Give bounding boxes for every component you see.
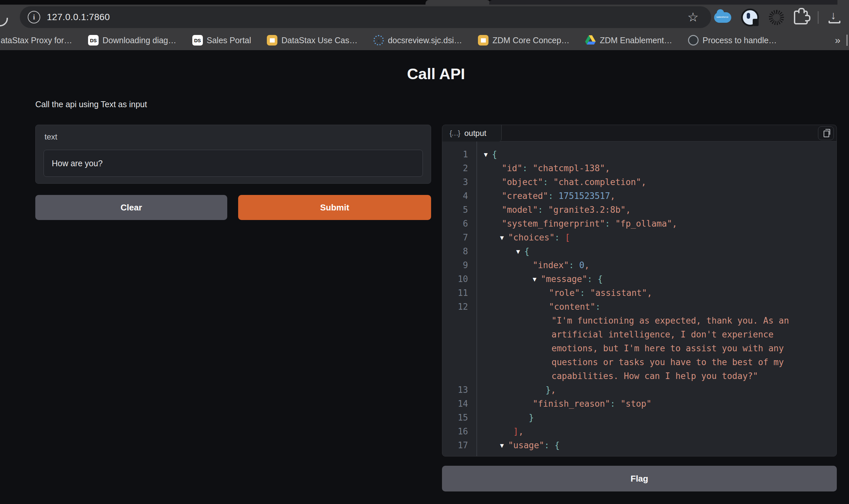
collapse-triangle-icon[interactable]: ▼	[516, 245, 520, 258]
json-token: "created"	[502, 191, 548, 201]
json-token: {	[598, 274, 603, 284]
ydoc-favicon-icon	[267, 35, 277, 46]
json-row: 7▼"choices": [	[442, 231, 836, 245]
bookmark-item[interactable]: DSDownloading diag…	[88, 35, 177, 46]
json-token: :	[605, 219, 615, 229]
line-number: 16	[442, 425, 468, 438]
json-token: ,	[551, 385, 556, 395]
flag-button[interactable]: Flag	[442, 466, 837, 491]
tab-strip-background	[489, 0, 837, 5]
json-row: 11"role": "assistant",	[442, 286, 836, 300]
reload-icon[interactable]	[0, 7, 11, 30]
json-row: 14"finish_reason": "stop"	[442, 397, 836, 411]
json-token: "index"	[533, 260, 569, 270]
bookmark-label: docsreview.sjc.dsi…	[388, 36, 462, 45]
line-number: 11	[442, 286, 468, 300]
json-row: artificial intelligence, I don't experie…	[442, 327, 836, 341]
json-token: :	[543, 177, 553, 187]
bookmark-item[interactable]: DataStax Use Cas…	[267, 35, 358, 46]
line-number: 2	[442, 161, 468, 175]
json-token: capabilities. How can I help you today?"	[552, 371, 758, 381]
json-token: :	[548, 191, 558, 201]
json-token: "choices"	[508, 233, 555, 242]
page-title: Call API	[35, 65, 837, 83]
json-token: "chatcmpl-138"	[533, 163, 605, 173]
json-row: 6"system_fingerprint": "fp_ollama",	[442, 217, 836, 231]
copy-button[interactable]	[818, 126, 834, 140]
browser-tab-partial[interactable]	[426, 0, 490, 5]
json-token: :	[595, 302, 601, 312]
onepassword-extension-icon[interactable]	[741, 8, 759, 26]
json-token: "object"	[502, 177, 543, 187]
text-input[interactable]: How are you?	[43, 150, 423, 177]
url-text[interactable]: 127.0.0.1:7860	[47, 12, 110, 22]
bookmark-item[interactable]: ZDM Core Concep…	[478, 35, 569, 46]
json-token: "finish_reason"	[533, 399, 610, 409]
submit-button[interactable]: Submit	[238, 195, 431, 220]
json-token: :	[522, 163, 533, 173]
toolbar-separator	[818, 11, 819, 24]
json-token: "message"	[541, 274, 587, 284]
address-bar[interactable]: i 127.0.0.1:7860 ☆	[20, 6, 711, 28]
json-token: "stop"	[620, 399, 651, 409]
bookmark-item[interactable]: ZDM Enablement…	[585, 35, 672, 46]
bookmark-star-icon[interactable]: ☆	[687, 11, 699, 23]
json-token: "id"	[502, 163, 522, 173]
json-token: :	[569, 260, 579, 270]
ds-favicon-icon: DS	[192, 35, 203, 46]
json-token: emotions, but I'm here to assist you wit…	[552, 343, 784, 353]
drive-favicon-icon	[585, 35, 596, 46]
json-row: 16],	[442, 425, 836, 438]
line-number	[442, 355, 468, 369]
extensions-puzzle-icon[interactable]	[794, 11, 808, 24]
bookmark-label: DataStax Use Cas…	[281, 36, 358, 45]
json-token: :	[587, 274, 597, 284]
line-number: 14	[442, 397, 468, 411]
json-token: ]	[513, 427, 519, 436]
line-number: 12	[442, 300, 468, 314]
json-token: ,	[641, 177, 647, 187]
bookmarks-list: ataStax Proxy for…DSDownloading diag…DSS…	[0, 35, 821, 46]
json-viewer: 1▼{2"id": "chatcmpl-138",3"object": "cha…	[442, 142, 836, 456]
bookmark-item[interactable]: Process to handle…	[688, 35, 777, 46]
salesforce-extension-icon[interactable]	[714, 12, 731, 23]
json-token: "content"	[549, 302, 595, 312]
json-row: 2"id": "chatcmpl-138",	[442, 161, 836, 175]
output-tab[interactable]: {…} output	[442, 125, 502, 142]
collapse-triangle-icon[interactable]: ▼	[484, 147, 488, 161]
bookmark-item[interactable]: xdocsreview.sjc.dsi…	[373, 35, 462, 46]
site-info-icon[interactable]: i	[28, 11, 40, 23]
json-token: "granite3.2:8b"	[548, 205, 626, 215]
line-number: 10	[442, 272, 468, 286]
json-braces-icon: {…}	[450, 129, 460, 138]
line-number	[442, 314, 468, 327]
json-row: 15}	[442, 411, 836, 425]
json-token: [	[565, 233, 570, 242]
json-token: :	[555, 233, 565, 242]
line-number	[442, 327, 468, 341]
collapse-triangle-icon[interactable]: ▼	[500, 231, 504, 245]
line-number: 1	[442, 147, 468, 161]
bookmarks-end-separator	[846, 35, 848, 46]
json-token: questions or tasks you have to the best …	[552, 357, 784, 367]
collapse-triangle-icon[interactable]: ▼	[500, 438, 504, 452]
json-row: questions or tasks you have to the best …	[442, 355, 836, 369]
bookmark-item[interactable]: ataStax Proxy for…	[1, 36, 72, 45]
bookmark-item[interactable]: DSSales Portal	[192, 35, 251, 46]
bookmarks-overflow-chevron[interactable]: »	[821, 35, 841, 46]
browser-toolbar: i 127.0.0.1:7860 ☆	[0, 5, 849, 30]
json-token: {	[524, 246, 529, 256]
json-row: 4"created": 1751523517,	[442, 189, 836, 203]
downloads-icon[interactable]	[829, 12, 841, 23]
collapse-triangle-icon[interactable]: ▼	[533, 272, 536, 286]
json-token: ,	[626, 205, 631, 215]
clear-button[interactable]: Clear	[35, 195, 227, 220]
line-number	[442, 341, 468, 355]
tab-strip-right	[837, 0, 849, 5]
ds-favicon-icon: DS	[88, 35, 98, 46]
output-tab-label: output	[465, 129, 487, 138]
json-token: 1751523517	[558, 191, 610, 201]
output-panel: {…} output 1▼{2"id": "chatcmpl-138",3"ob…	[442, 125, 837, 456]
line-number: 13	[442, 383, 468, 397]
burst-extension-icon[interactable]	[769, 10, 784, 25]
